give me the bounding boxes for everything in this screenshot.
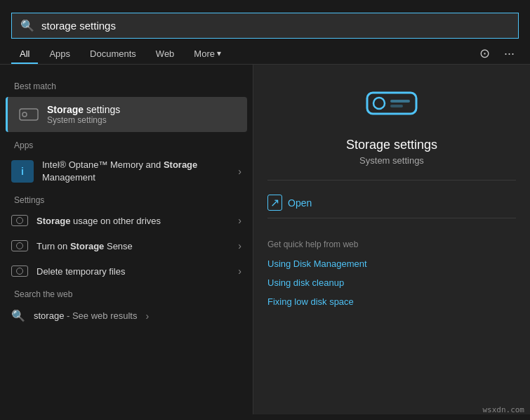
svg-rect-2 bbox=[367, 93, 416, 114]
intel-optane-item[interactable]: i Intel® Optane™ Memory and Storage Mana… bbox=[0, 153, 253, 190]
tab-documents[interactable]: Documents bbox=[81, 44, 145, 63]
best-match-subtitle: System settings bbox=[47, 115, 120, 125]
best-match-item[interactable]: Storage settings System settings bbox=[6, 97, 247, 132]
svg-point-3 bbox=[373, 98, 385, 109]
delete-temp-chevron: › bbox=[238, 265, 241, 277]
open-button[interactable]: ↗ Open bbox=[267, 192, 516, 214]
help-label: Get quick help from web bbox=[267, 239, 358, 249]
best-match-label: Best match bbox=[0, 76, 253, 94]
chevron-down-icon: ▾ bbox=[217, 48, 221, 58]
intel-app-text: Intel® Optane™ Memory and Storage Manage… bbox=[42, 159, 230, 184]
storage-usage-text: Storage usage on other drives bbox=[37, 216, 230, 226]
three-dots-icon: ··· bbox=[504, 46, 515, 60]
storage-icon-container bbox=[364, 86, 420, 124]
right-panel: Storage settings System settings ↗ Open … bbox=[253, 65, 530, 414]
best-match-title-bold: Storage bbox=[47, 104, 84, 115]
more-options-button[interactable]: ··· bbox=[500, 44, 519, 64]
search-bar: 🔍 bbox=[11, 13, 519, 39]
search-input[interactable] bbox=[41, 20, 510, 32]
storage-sense-icon bbox=[11, 240, 28, 251]
search-web-text: storage - See web results bbox=[34, 310, 137, 321]
storage-sense-item[interactable]: Turn on Storage Sense › bbox=[0, 233, 253, 258]
left-panel: Best match Storage settings System setti… bbox=[0, 65, 253, 414]
right-divider bbox=[267, 180, 516, 181]
best-match-text: Storage settings System settings bbox=[47, 104, 120, 125]
storage-settings-large-icon bbox=[364, 86, 420, 121]
svg-rect-4 bbox=[390, 100, 410, 103]
delete-temp-icon bbox=[11, 265, 28, 277]
svg-point-1 bbox=[22, 112, 27, 117]
search-web-item[interactable]: 🔍 storage - See web results › bbox=[0, 302, 253, 329]
search-web-label: Search the web bbox=[0, 284, 253, 302]
people-icon: ⊙ bbox=[479, 46, 490, 60]
main-layout: Best match Storage settings System setti… bbox=[0, 65, 530, 414]
best-match-title-suffix: settings bbox=[84, 104, 120, 115]
using-disk-management-link[interactable]: Using Disk Management bbox=[267, 256, 516, 271]
people-icon-button[interactable]: ⊙ bbox=[475, 43, 494, 64]
intel-app-icon: i bbox=[11, 160, 34, 183]
action-list: ↗ Open Get quick help from web Using Dis… bbox=[267, 192, 516, 309]
tab-more[interactable]: More ▾ bbox=[185, 44, 230, 63]
settings-section-label: Settings bbox=[0, 190, 253, 208]
using-disk-cleanup-link[interactable]: Using disk cleanup bbox=[267, 275, 516, 290]
tab-web[interactable]: Web bbox=[147, 44, 183, 63]
tab-apps[interactable]: Apps bbox=[41, 44, 79, 63]
storage-usage-icon bbox=[11, 215, 28, 226]
search-web-chevron: › bbox=[145, 310, 149, 322]
storage-sense-text: Turn on Storage Sense bbox=[37, 241, 230, 251]
svg-rect-5 bbox=[390, 105, 403, 107]
storage-sense-chevron: › bbox=[238, 240, 241, 251]
storage-settings-icon bbox=[19, 105, 39, 124]
nav-right-icons: ⊙ ··· bbox=[475, 43, 519, 64]
search-web-icon: 🔍 bbox=[11, 309, 25, 322]
second-divider bbox=[267, 218, 516, 218]
storage-usage-item[interactable]: Storage usage on other drives › bbox=[0, 208, 253, 233]
watermark: wsxdn.com bbox=[482, 405, 524, 414]
intel-chevron-icon: › bbox=[238, 166, 241, 177]
delete-temp-text: Delete temporary files bbox=[37, 266, 230, 277]
right-panel-title: Storage settings bbox=[346, 138, 437, 152]
fixing-low-disk-space-link[interactable]: Fixing low disk space bbox=[267, 294, 516, 309]
storage-usage-chevron: › bbox=[238, 215, 241, 226]
tab-all[interactable]: All bbox=[11, 44, 38, 63]
open-external-icon: ↗ bbox=[267, 195, 282, 211]
delete-temp-item[interactable]: Delete temporary files › bbox=[0, 258, 253, 284]
apps-section-label: Apps bbox=[0, 135, 253, 153]
search-icon: 🔍 bbox=[20, 19, 34, 32]
right-panel-subtitle: System settings bbox=[359, 155, 424, 166]
nav-tabs: All Apps Documents Web More ▾ ⊙ ··· bbox=[0, 39, 530, 65]
